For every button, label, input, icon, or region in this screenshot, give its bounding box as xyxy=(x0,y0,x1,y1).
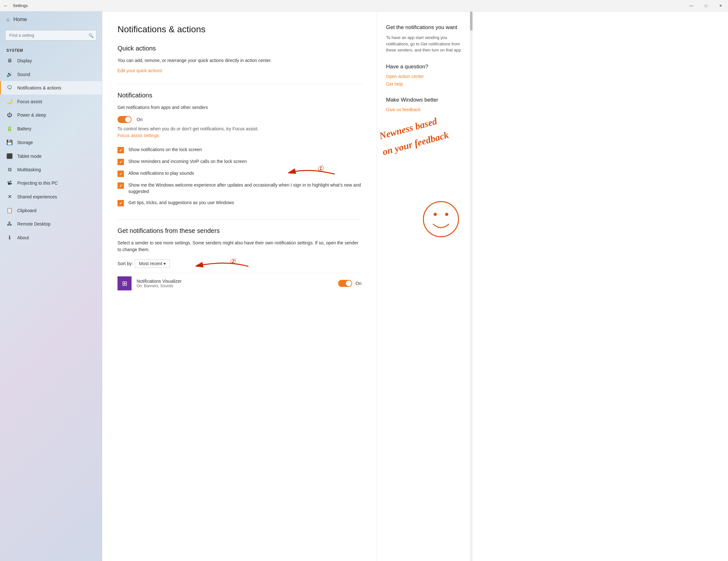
shared-icon: ✕ xyxy=(6,193,13,200)
sidebar-item-display[interactable]: 🖥 Display xyxy=(0,54,102,67)
right-section-3: Make Windows better Give us feedback xyxy=(386,97,464,112)
right-title-2: Have a question? xyxy=(386,64,464,70)
right-panel: Get the notifications you want To have a… xyxy=(377,11,473,561)
checkboxes-container: ✓ Show notifications on the lock screen … xyxy=(118,144,361,209)
sidebar-item-label: Multitasking xyxy=(17,167,41,172)
sound-icon: 🔊 xyxy=(6,71,13,77)
sort-value: Most recent xyxy=(139,261,162,266)
notifications-toggle[interactable] xyxy=(118,116,132,123)
quick-actions-desc: You can add, remove, or rearrange your q… xyxy=(118,57,361,64)
sidebar-item-label: Clipboard xyxy=(17,208,36,213)
svg-text:on your feedback: on your feedback xyxy=(381,129,450,157)
sidebar-item-power[interactable]: ⏻ Power & sleep xyxy=(0,108,102,122)
close-button[interactable]: ✕ xyxy=(713,0,728,11)
sidebar-item-notifications[interactable]: 🗨 Notifications & actions xyxy=(0,81,102,95)
right-desc-1: To have an app start sending you notific… xyxy=(386,34,464,53)
sidebar-item-label: Sound xyxy=(17,72,30,77)
app-icon-symbol: ⊞ xyxy=(122,279,127,287)
clipboard-icon: 📋 xyxy=(6,207,13,213)
home-nav-item[interactable]: ⌂ Home xyxy=(0,11,102,27)
quick-actions-section: Quick actions You can add, remove, or re… xyxy=(118,45,361,73)
checkbox-label: Show me the Windows welcome experience a… xyxy=(128,182,361,194)
maximize-button[interactable]: □ xyxy=(699,0,713,11)
open-action-center-link[interactable]: Open action center xyxy=(386,74,464,79)
svg-point-4 xyxy=(423,201,459,237)
about-icon: ℹ xyxy=(6,234,13,240)
svg-point-6 xyxy=(445,213,448,216)
focus-assist-link[interactable]: Focus assist settings xyxy=(118,133,159,138)
minimize-button[interactable]: — xyxy=(684,0,699,11)
sidebar-item-battery[interactable]: 🔋 Battery xyxy=(0,122,102,135)
sidebar-item-projecting[interactable]: 📽 Projecting to this PC xyxy=(0,176,102,190)
power-icon: ⏻ xyxy=(6,112,13,118)
sort-row: Sort by: Most recent ▾ ② xyxy=(118,259,361,268)
quick-actions-title: Quick actions xyxy=(118,45,361,52)
sort-by-label: Sort by: xyxy=(118,261,133,266)
app-toggle-row: On xyxy=(338,280,361,287)
sidebar-item-label: Remote Desktop xyxy=(17,221,50,226)
sidebar-section-title: System xyxy=(0,46,102,54)
app-details: Notifications Visualizer On: Banners, So… xyxy=(137,278,182,288)
sidebar-item-label: Focus assist xyxy=(17,99,42,104)
right-title-3: Make Windows better xyxy=(386,97,464,103)
get-help-link[interactable]: Get help xyxy=(386,81,464,87)
home-icon: ⌂ xyxy=(6,17,10,22)
annotation-handwriting: Newness based on your feedback xyxy=(377,114,473,248)
chevron-down-icon: ▾ xyxy=(163,261,166,266)
projecting-icon: 📽 xyxy=(6,180,13,186)
sort-dropdown[interactable]: Most recent ▾ xyxy=(135,259,170,268)
right-title-1: Get the notifications you want xyxy=(386,24,464,31)
right-section-1: Get the notifications you want To have a… xyxy=(386,24,464,53)
sidebar-item-storage[interactable]: 💾 Storage xyxy=(0,135,102,149)
checkbox-sounds[interactable]: ✓ xyxy=(118,170,124,177)
window-controls: — □ ✕ xyxy=(684,0,728,11)
notifications-title: Notifications xyxy=(118,92,361,99)
sidebar-item-label: Shared experiences xyxy=(17,194,57,199)
sidebar-item-multitasking[interactable]: ⧉ Multitasking xyxy=(0,163,102,176)
divider-1 xyxy=(118,84,361,84)
checkbox-lock-screen[interactable]: ✓ xyxy=(118,147,124,153)
sidebar-item-clipboard[interactable]: 📋 Clipboard xyxy=(0,203,102,217)
sidebar-item-shared[interactable]: ✕ Shared experiences xyxy=(0,190,102,203)
checkbox-welcome[interactable]: ✓ xyxy=(118,182,124,189)
notifications-section: Notifications Get notifications from app… xyxy=(118,92,361,209)
sidebar-item-sound[interactable]: 🔊 Sound xyxy=(0,67,102,81)
checkbox-row-welcome: ✓ Show me the Windows welcome experience… xyxy=(118,179,361,197)
sidebar-item-tablet[interactable]: ⬛ Tablet mode xyxy=(0,149,102,163)
svg-text:②: ② xyxy=(229,257,236,265)
main-content: Notifications & actions Quick actions Yo… xyxy=(102,0,728,561)
checkbox-label: Show reminders and incoming VoIP calls o… xyxy=(128,158,247,165)
checkmark: ✓ xyxy=(119,148,123,153)
sidebar-item-about[interactable]: ℹ About xyxy=(0,231,102,244)
checkbox-label: Show notifications on the lock screen xyxy=(128,147,202,153)
scrollbar-track xyxy=(470,11,473,561)
settings-content: Notifications & actions Quick actions Yo… xyxy=(102,11,377,561)
search-input[interactable] xyxy=(5,30,97,41)
titlebar-title: Settings xyxy=(11,3,28,8)
checkbox-tips[interactable]: ✓ xyxy=(118,200,124,206)
app-info: ⊞ Notifications Visualizer On: Banners, … xyxy=(118,276,182,291)
sidebar-item-remote[interactable]: 🖧 Remote Desktop xyxy=(0,217,102,231)
titlebar: ← Settings — □ ✕ xyxy=(0,0,728,11)
back-button[interactable]: ← xyxy=(0,0,11,11)
give-feedback-link[interactable]: Give us feedback xyxy=(386,107,464,112)
scrollbar-thumb[interactable] xyxy=(470,11,473,31)
sidebar-item-label: Tablet mode xyxy=(17,154,42,159)
battery-icon: 🔋 xyxy=(6,125,13,132)
checkmark: ✓ xyxy=(119,171,123,176)
app-toggle[interactable] xyxy=(338,280,352,287)
checkmark: ✓ xyxy=(119,183,123,188)
checkmark: ✓ xyxy=(119,160,123,164)
notifications-toggle-label: On xyxy=(137,117,143,122)
edit-quick-actions-link[interactable]: Edit your quick actions xyxy=(118,68,162,73)
checkbox-voip[interactable]: ✓ xyxy=(118,159,124,165)
app-name: Notifications Visualizer xyxy=(137,278,182,284)
app-toggle-label: On xyxy=(355,281,361,286)
sidebar-item-label: Projecting to this PC xyxy=(17,180,58,186)
display-icon: 🖥 xyxy=(6,58,13,64)
senders-section: Get notifications from these senders Sel… xyxy=(118,227,361,294)
sidebar-item-focus[interactable]: 🌙 Focus assist xyxy=(0,95,102,108)
multitasking-icon: ⧉ xyxy=(6,167,13,172)
sidebar-item-label: Display xyxy=(17,58,32,63)
sidebar: ⌂ Home 🔍 System 🖥 Display 🔊 Sound 🗨 Noti… xyxy=(0,0,102,561)
